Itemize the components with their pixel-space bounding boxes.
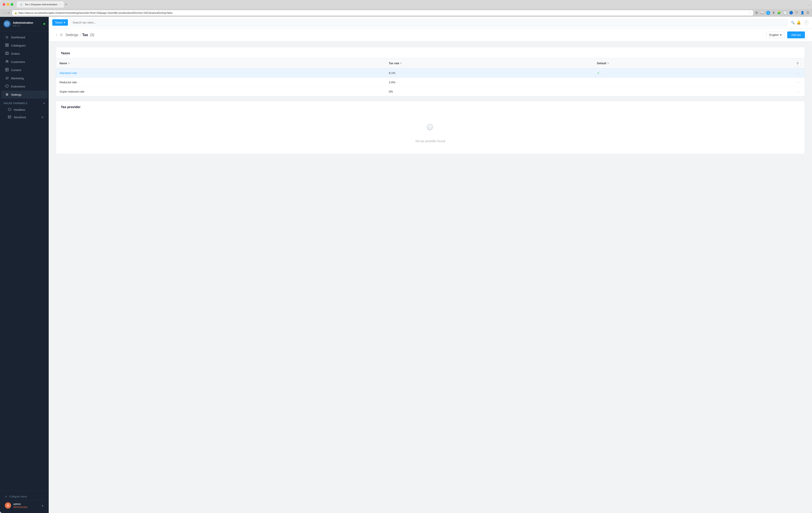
sidebar-item-extensions[interactable]: Extensions <box>1 82 47 90</box>
row-actions-button[interactable]: ··· <box>794 71 801 75</box>
sort-icon: ⇅ <box>607 62 609 64</box>
user-role: Administrator <box>13 506 39 508</box>
catalogues-icon <box>5 44 9 47</box>
sidebar-header: Administration 6.6.7.1 <box>0 17 49 31</box>
dashboard-icon: ⊙ <box>5 35 9 39</box>
search-icon: 🔍 <box>791 21 795 24</box>
orders-icon <box>5 52 9 56</box>
avatar: A <box>5 502 11 509</box>
minimize-window-button[interactable] <box>7 3 9 6</box>
add-tax-button[interactable]: Add tax <box>787 31 805 38</box>
active-tab[interactable]: 🛒 Tax | Shopware Administration × <box>17 1 64 7</box>
content-header: › ⚙ Settings › Tax (3) English ▾ Add tax <box>49 28 812 42</box>
sort-icon: ⇅ <box>68 62 70 64</box>
sidebar-item-headless[interactable]: Headless <box>1 106 47 113</box>
maximize-window-button[interactable] <box>11 3 13 6</box>
taxes-table: Name ⇅ Tax rate ⇅ <box>56 58 805 96</box>
notification-icon[interactable]: 🔔 <box>796 20 801 25</box>
profile-icon[interactable]: 👤 <box>801 11 804 15</box>
sidebar-item-label: Content <box>11 69 21 72</box>
column-settings-button[interactable]: ☰ <box>794 60 801 66</box>
sidebar-item-label: Orders <box>11 52 20 55</box>
column-header-actions: ☰ <box>791 58 805 69</box>
table-row: Reduced rate 2.6% ··· <box>56 78 805 87</box>
sidebar-item-label: Headless <box>14 108 25 111</box>
app-container: Administration 6.6.7.1 ⊙ Dashboard Catal… <box>0 17 812 513</box>
topbar-right: 🔔 ? <box>796 20 808 25</box>
settings-icon: ⚙ <box>5 92 9 97</box>
sidebar-item-catalogues[interactable]: Catalogues <box>1 42 47 49</box>
tax-name-link[interactable]: Standard rate <box>60 71 77 75</box>
sidebar-item-label: Catalogues <box>11 44 26 47</box>
sidebar-item-content[interactable]: Content <box>1 66 47 74</box>
language-dropdown[interactable]: English ▾ <box>766 32 785 38</box>
menu-icon[interactable]: ☰ <box>807 11 809 15</box>
settings-gear-icon[interactable]: ⚙ <box>60 33 63 37</box>
back-navigation-button[interactable]: › <box>56 32 57 37</box>
svg-rect-4 <box>7 46 8 47</box>
user-profile-section: A admin Administrator ▲ <box>1 500 47 511</box>
breadcrumb-settings[interactable]: Settings <box>65 33 78 37</box>
storefront-icon <box>7 115 11 119</box>
row-actions-button[interactable]: ··· <box>794 89 801 94</box>
search-input[interactable] <box>70 19 787 26</box>
download-icon[interactable]: ⬇ <box>772 11 775 15</box>
column-header-default: Default ⇅ <box>593 58 791 69</box>
collapse-menu-button[interactable]: ⊙ Collapse menu <box>1 493 47 500</box>
tax-rate-cell: 8.1% <box>385 69 593 78</box>
sidebar-item-storefront[interactable]: Storefront 👁 <box>1 114 47 121</box>
sidebar-item-dashboard[interactable]: ⊙ Dashboard <box>1 33 47 41</box>
svg-point-9 <box>6 60 7 61</box>
refresh-button[interactable]: ↺ <box>7 11 10 15</box>
add-sales-channel-icon[interactable]: + <box>43 102 45 105</box>
account-icon[interactable]: N <box>766 11 770 15</box>
svg-marker-15 <box>5 85 8 87</box>
storefront-visibility-icon[interactable]: 👁 <box>41 116 44 119</box>
taxes-card: Taxes Name ⇅ <box>56 47 805 96</box>
tax-default-cell <box>593 78 791 87</box>
browser-tabs: 🛒 Tax | Shopware Administration × + <box>17 1 805 7</box>
taxes-dropdown-button[interactable]: Taxes ▾ <box>52 19 68 26</box>
sidebar-item-settings[interactable]: ⚙ Settings <box>1 90 47 99</box>
row-actions-button[interactable]: ··· <box>794 80 801 85</box>
url-bar[interactable]: 🔒 https://abacus.sw.webwirkungdev.ch/adm… <box>12 10 753 16</box>
tax-provider-empty-text: No tax provider found <box>415 139 445 143</box>
marketing-icon <box>5 76 9 80</box>
collapse-label: Collapse menu <box>9 495 27 498</box>
extensions2-icon[interactable]: 🧩 <box>777 11 781 15</box>
url-text: https://abacus.sw.webwirkungdev.ch/admin… <box>18 11 172 14</box>
help-icon[interactable]: ? <box>804 20 808 25</box>
headless-icon <box>7 108 11 112</box>
window-controls: ⌄ <box>807 3 809 6</box>
reader-icon[interactable]: 📖 <box>760 11 764 15</box>
default-check-icon: ✓ <box>597 71 600 75</box>
svg-rect-1 <box>5 44 7 45</box>
bookmark-icon[interactable]: ☆ <box>748 11 751 15</box>
svg-rect-17 <box>8 116 11 118</box>
sidebar-item-marketing[interactable]: Marketing <box>1 74 47 82</box>
lock-icon: 🔒 <box>14 12 17 14</box>
extensions-icon[interactable]: ⊞ <box>755 11 758 15</box>
table-row: Standard rate 8.1% ✓ ··· <box>56 69 805 78</box>
new-tab-button[interactable]: + <box>64 2 68 6</box>
breadcrumb-count: (3) <box>90 33 94 37</box>
close-window-button[interactable] <box>3 3 5 6</box>
sidebar-item-customers[interactable]: Customers <box>1 58 47 66</box>
dropdown-arrow-icon: ▾ <box>64 21 65 24</box>
tax-actions-cell: ··· <box>791 78 805 87</box>
tab-favicon: 🛒 <box>20 3 23 6</box>
addon2-icon[interactable]: 🛡 <box>795 11 798 15</box>
brand-info: Administration 6.6.7.1 <box>13 21 41 27</box>
content-icon <box>5 68 9 72</box>
sidebar-item-orders[interactable]: Orders <box>1 50 47 58</box>
taxes-label: Taxes <box>55 21 62 24</box>
taxes-card-title: Taxes <box>56 47 805 58</box>
tab-close-button[interactable]: × <box>59 3 61 6</box>
tax-provider-empty-state: No tax provider found <box>56 112 805 154</box>
forward-button[interactable]: › <box>5 11 6 15</box>
tax-default-cell <box>593 87 791 96</box>
clock-icon[interactable]: 🕐 <box>783 11 787 15</box>
back-button[interactable]: ‹ <box>3 11 4 15</box>
addon1-icon[interactable]: 🔵 <box>789 11 793 15</box>
user-menu-chevron-icon[interactable]: ▲ <box>41 504 44 507</box>
